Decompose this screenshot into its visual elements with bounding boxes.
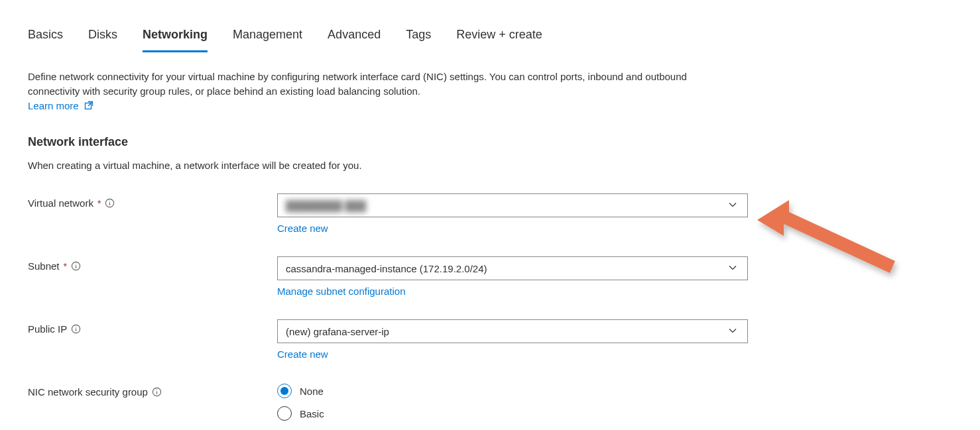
chevron-down-icon bbox=[727, 325, 738, 338]
radio-group-nsg: None Basic bbox=[277, 382, 748, 421]
section-heading-network-interface: Network interface bbox=[28, 135, 952, 149]
svg-point-6 bbox=[76, 264, 76, 264]
radio-circle bbox=[277, 384, 292, 398]
chevron-down-icon bbox=[727, 199, 738, 212]
link-manage-subnet[interactable]: Manage subnet configuration bbox=[277, 286, 405, 297]
label-virtual-network: Virtual network * bbox=[28, 193, 277, 209]
tabs-bar: Basics Disks Networking Management Advan… bbox=[28, 27, 952, 52]
dropdown-virtual-network-value: ████████ ███ bbox=[286, 200, 366, 211]
radio-label-basic: Basic bbox=[300, 408, 324, 419]
learn-more-label: Learn more bbox=[28, 100, 79, 111]
radio-label-none: None bbox=[300, 386, 324, 397]
required-asterisk: * bbox=[97, 198, 101, 209]
tab-review-create[interactable]: Review + create bbox=[456, 27, 542, 52]
tab-basics[interactable]: Basics bbox=[28, 27, 63, 52]
row-virtual-network: Virtual network * ████████ ███ Create ne… bbox=[28, 193, 952, 234]
label-nsg: NIC network security group bbox=[28, 382, 277, 398]
label-public-ip-text: Public IP bbox=[28, 323, 67, 335]
dropdown-subnet-value: cassandra-managed-instance (172.19.2.0/2… bbox=[286, 263, 487, 274]
svg-point-9 bbox=[76, 327, 76, 327]
label-virtual-network-text: Virtual network bbox=[28, 197, 93, 209]
chevron-down-icon bbox=[727, 262, 738, 275]
label-subnet-text: Subnet bbox=[28, 260, 60, 272]
description-text: Define network connectivity for your vir… bbox=[28, 71, 687, 97]
tab-networking[interactable]: Networking bbox=[143, 27, 208, 52]
row-public-ip: Public IP (new) grafana-server-ip Create… bbox=[28, 319, 952, 360]
dropdown-subnet[interactable]: cassandra-managed-instance (172.19.2.0/2… bbox=[277, 256, 748, 280]
external-link-icon bbox=[84, 99, 93, 114]
row-subnet: Subnet * cassandra-managed-instance (172… bbox=[28, 256, 952, 297]
dropdown-public-ip-value: (new) grafana-server-ip bbox=[286, 326, 389, 337]
radio-nsg-none[interactable]: None bbox=[277, 384, 748, 398]
link-create-new-vnet[interactable]: Create new bbox=[277, 223, 328, 234]
tab-advanced[interactable]: Advanced bbox=[328, 27, 381, 52]
svg-point-12 bbox=[156, 390, 157, 390]
dropdown-virtual-network[interactable]: ████████ ███ bbox=[277, 193, 748, 217]
section-subtext: When creating a virtual machine, a netwo… bbox=[28, 160, 952, 171]
link-create-new-public-ip[interactable]: Create new bbox=[277, 349, 328, 360]
radio-nsg-basic[interactable]: Basic bbox=[277, 406, 748, 421]
svg-point-3 bbox=[109, 201, 110, 201]
label-subnet: Subnet * bbox=[28, 256, 277, 272]
info-icon[interactable] bbox=[71, 324, 81, 334]
networking-description: Define network connectivity for your vir… bbox=[28, 70, 731, 114]
info-icon[interactable] bbox=[105, 198, 115, 208]
tab-management[interactable]: Management bbox=[233, 27, 302, 52]
row-nsg: NIC network security group None Basic bbox=[28, 382, 952, 421]
dropdown-public-ip[interactable]: (new) grafana-server-ip bbox=[277, 319, 748, 343]
required-asterisk: * bbox=[64, 261, 67, 272]
label-nsg-text: NIC network security group bbox=[28, 386, 148, 398]
info-icon[interactable] bbox=[71, 261, 81, 271]
info-icon[interactable] bbox=[152, 387, 162, 397]
radio-circle bbox=[277, 406, 292, 421]
label-public-ip: Public IP bbox=[28, 319, 277, 335]
tab-tags[interactable]: Tags bbox=[406, 27, 431, 52]
tab-disks[interactable]: Disks bbox=[88, 27, 117, 52]
learn-more-link[interactable]: Learn more bbox=[28, 100, 93, 111]
